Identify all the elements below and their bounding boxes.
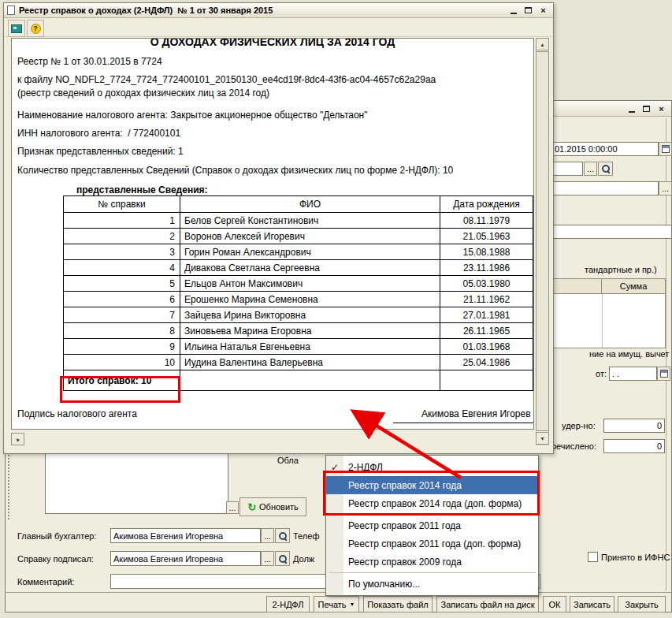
menu-item-default[interactable]: По умолчанию...	[326, 575, 538, 593]
org-field[interactable]	[551, 162, 583, 176]
scroll-up-button[interactable]: ▲	[536, 38, 549, 50]
magnifier-icon	[601, 164, 611, 173]
cell-name: Иудина Валентина Валерьевна	[180, 355, 440, 370]
menu-item-label: Реестр справок 2011 года (доп. форма)	[348, 538, 521, 549]
help-button[interactable]: ?	[27, 20, 44, 37]
footer-save-file-button[interactable]: Записать файл на диск	[436, 596, 539, 612]
period-date-field[interactable]: 01.2015 0:00:00	[551, 142, 659, 156]
report-window-title: Реестр справок о доходах (2-НДФЛ) № 1 от…	[19, 6, 273, 15]
scroll-thumb[interactable]	[536, 51, 549, 431]
withheld-field[interactable]: 0	[603, 419, 665, 433]
footer-print-button[interactable]: Печать ▼	[314, 596, 359, 612]
list-dots-button[interactable]: ...	[226, 501, 239, 514]
signed-by-label: Справку подписал:	[17, 554, 94, 564]
cell-number: 6	[64, 292, 180, 307]
form-close-button[interactable]: ×	[655, 103, 668, 114]
footer-close-button[interactable]: Закрыть	[618, 596, 666, 612]
report-maximize-button[interactable]	[522, 5, 535, 16]
empty-cell	[440, 370, 533, 391]
total-cell: Итого справок: 10	[64, 370, 180, 391]
report-minimize-button[interactable]	[507, 5, 520, 16]
table-row: 1Белов Сергей Константинович08.11.1979	[64, 213, 533, 229]
doc-sign-label: Подпись налогового агента	[17, 408, 137, 419]
cell-number: 9	[64, 339, 180, 355]
grid-header-sum: Сумма	[601, 278, 666, 294]
cell-birthdate: 05.03.1980	[440, 276, 533, 292]
menu-item-reestr-2011[interactable]: Реестр справок 2011 года	[326, 516, 538, 534]
comment-label: Комментарий:	[17, 577, 74, 586]
calendar-icon	[660, 370, 668, 378]
data-list-box[interactable]	[45, 452, 228, 514]
file-field[interactable]	[551, 181, 659, 195]
org-dots-button[interactable]: ...	[584, 162, 597, 176]
certificates-table: № справки ФИО Дата рождения 1Белов Серге…	[63, 195, 533, 391]
chief-accountant-search-button[interactable]	[275, 528, 290, 543]
menu-item-2ndfl[interactable]: ✓ 2-НДФЛ	[326, 458, 538, 476]
report-titlebar[interactable]: Реестр справок о доходах (2-НДФЛ) № 1 от…	[4, 3, 553, 18]
minimize-icon	[629, 111, 635, 113]
file-dots-button[interactable]: ...	[659, 181, 672, 195]
cell-birthdate: 27.01.1981	[440, 307, 533, 323]
cell-birthdate: 08.11.1979	[440, 213, 533, 229]
cell-birthdate: 21.11.1962	[440, 292, 533, 307]
report-close-button[interactable]: ×	[536, 5, 550, 16]
footer-save-button[interactable]: Записать	[570, 596, 614, 612]
splitter-handle[interactable]	[8, 455, 10, 519]
notice-date-field[interactable]: . .	[609, 367, 657, 381]
cell-number: 5	[64, 276, 180, 292]
cell-number: 2	[64, 229, 180, 244]
extra-field[interactable]	[551, 225, 672, 239]
doc-signature: Акимова Евгения Игорев	[421, 408, 534, 419]
print-preview-button[interactable]	[8, 20, 25, 37]
deductions-grid[interactable]	[551, 293, 666, 348]
footer-ok-button[interactable]: ОК	[543, 596, 566, 612]
menu-item-reestr-2009[interactable]: Реестр справок 2009 года	[326, 553, 538, 571]
cell-name: Дивакова Светлана Сергеевна	[180, 260, 440, 276]
help-icon: ?	[31, 24, 41, 34]
scroll-corner-button[interactable]: ◄	[11, 433, 24, 445]
table-row: 2Воронов Алексей Игоревич21.05.1963	[64, 229, 533, 244]
menu-item-reestr-2011-dop[interactable]: Реестр справок 2011 года (доп. форма)	[326, 534, 538, 553]
period-calendar-button[interactable]	[659, 142, 672, 156]
doc-table-caption: представленные Сведения:	[76, 184, 208, 195]
notice-calendar-button[interactable]	[657, 367, 670, 381]
accepted-checkbox[interactable]	[588, 552, 598, 562]
cell-number: 1	[64, 213, 180, 229]
check-icon: ✓	[331, 462, 339, 473]
chief-accountant-field[interactable]: Акимова Евгения Игоревна	[110, 528, 261, 543]
refresh-button-label: Обновить	[259, 502, 299, 512]
menu-item-label: Реестр справок 2014 года	[348, 480, 462, 491]
table-row: 7Зайцева Ирина Викторовна27.01.1981	[64, 307, 533, 323]
signed-by-dots-button[interactable]: ...	[261, 551, 274, 566]
cell-number: 8	[64, 323, 180, 339]
table-row: 5Ельцов Антон Максимович05.03.1980	[64, 276, 533, 292]
table-row: 8Зиновьева Марина Егоровна26.11.1965	[64, 323, 533, 339]
menu-item-reestr-2014[interactable]: Реестр справок 2014 года	[326, 476, 538, 494]
report-toolbar	[4, 18, 553, 37]
footer-ndfl-button[interactable]: 2-НДФЛ	[266, 596, 310, 612]
menu-item-label: По умолчанию...	[348, 579, 420, 590]
form-maximize-button[interactable]	[640, 103, 653, 114]
cell-name: Белов Сергей Константинович	[180, 213, 440, 229]
position-label-cut: Долж	[293, 554, 314, 564]
cell-name: Ерошенко Марина Семеновна	[180, 292, 440, 307]
report-document[interactable]: О ДОХОДАХ ФИЗИЧЕСКИХ ЛИЦ ЗА 2014 ГОД Рее…	[11, 38, 534, 430]
maximize-icon	[525, 7, 532, 13]
transferred-label-cut: речислено:	[551, 441, 596, 451]
signed-by-search-button[interactable]	[275, 551, 290, 566]
print-menu: ✓ 2-НДФЛ Реестр справок 2014 года Реестр…	[325, 455, 539, 596]
transferred-field[interactable]: 0	[603, 439, 665, 453]
cell-birthdate: 21.05.1963	[440, 229, 533, 244]
scroll-down-button[interactable]: ▼	[536, 432, 549, 445]
signed-by-field[interactable]: Акимова Евгения Игоревна	[110, 551, 261, 566]
minimize-icon	[510, 13, 517, 14]
withheld-label-cut: удер-но:	[562, 421, 596, 430]
form-minimize-button[interactable]	[625, 103, 638, 114]
menu-item-reestr-2014-dop[interactable]: Реестр справок 2014 года (доп. форма)	[326, 494, 538, 512]
org-search-button[interactable]	[598, 162, 613, 176]
cell-number: 10	[64, 355, 180, 370]
table-header-row: № справки ФИО Дата рождения	[64, 196, 533, 213]
chief-accountant-dots-button[interactable]: ...	[261, 528, 274, 543]
refresh-button[interactable]: ↻ Обновить	[239, 497, 306, 516]
footer-show-file-button[interactable]: Показать файл	[363, 596, 433, 612]
